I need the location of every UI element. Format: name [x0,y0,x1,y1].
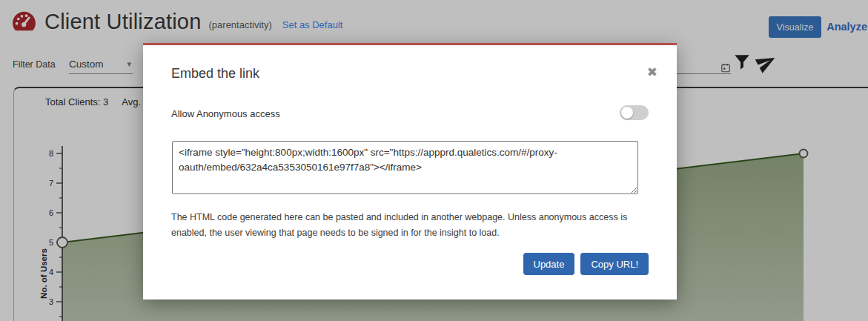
embed-description: The HTML code generated here can be past… [171,210,649,241]
toggle-knob [621,107,633,119]
anonymous-access-toggle[interactable] [620,105,649,120]
page: Client Utilization (parentactivity) Set … [0,0,868,321]
copy-url-button[interactable]: Copy URL! [580,253,649,275]
embed-link-modal: Embed the link ✖ Allow Anonymous access … [143,43,677,300]
anonymous-access-label: Allow Anonymous access [171,108,280,119]
embed-code-textarea[interactable]: <iframe style="height:800px;width:1600px… [172,141,638,194]
modal-title: Embed the link [171,66,259,82]
update-button[interactable]: Update [523,253,575,275]
close-icon[interactable]: ✖ [647,64,657,80]
modal-actions: Update Copy URL! [523,253,649,275]
